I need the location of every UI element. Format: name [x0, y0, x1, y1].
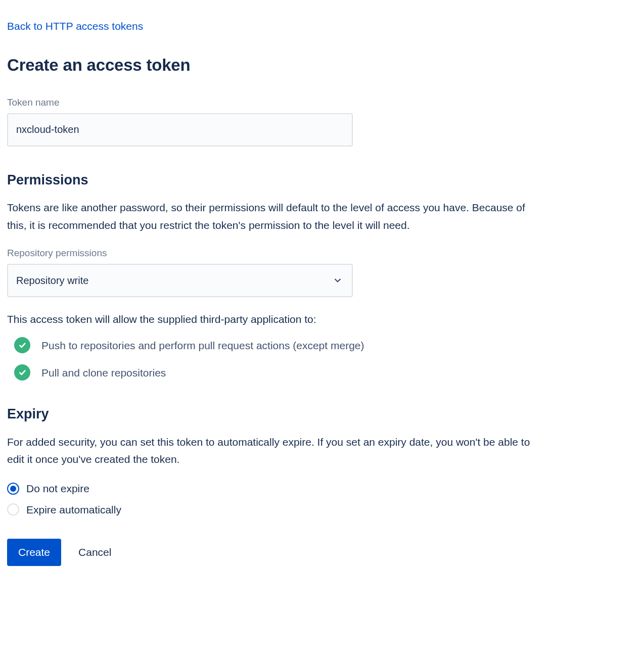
- page-title: Create an access token: [7, 53, 637, 78]
- permissions-description: Tokens are like another password, so the…: [7, 199, 533, 234]
- permissions-heading: Permissions: [7, 170, 637, 191]
- repo-permissions-select[interactable]: Repository write: [7, 264, 353, 297]
- expiry-option-do-not-expire[interactable]: Do not expire: [7, 481, 637, 497]
- check-icon: [14, 364, 30, 381]
- permission-text: Pull and clone repositories: [41, 365, 166, 381]
- cancel-button[interactable]: Cancel: [78, 546, 111, 558]
- radio-icon: [7, 483, 19, 495]
- radio-label: Expire automatically: [26, 502, 121, 518]
- expiry-description: For added security, you can set this tok…: [7, 434, 533, 468]
- repo-permissions-label: Repository permissions: [7, 246, 637, 261]
- permissions-allow-text: This access token will allow the supplie…: [7, 311, 637, 327]
- permission-item: Pull and clone repositories: [14, 364, 637, 381]
- back-link[interactable]: Back to HTTP access tokens: [7, 18, 143, 34]
- radio-icon: [7, 503, 19, 515]
- create-button[interactable]: Create: [7, 539, 61, 566]
- expiry-option-expire-auto[interactable]: Expire automatically: [7, 502, 637, 518]
- repo-permissions-value: Repository write: [16, 273, 88, 288]
- token-name-label: Token name: [7, 96, 637, 110]
- chevron-down-icon: [332, 274, 344, 287]
- permissions-list: Push to repositories and perform pull re…: [7, 337, 637, 381]
- token-name-input[interactable]: [7, 113, 353, 147]
- check-icon: [14, 337, 30, 353]
- expiry-heading: Expiry: [7, 404, 637, 424]
- radio-label: Do not expire: [26, 481, 89, 497]
- expiry-radio-group: Do not expire Expire automatically: [7, 481, 637, 517]
- permission-text: Push to repositories and perform pull re…: [41, 338, 364, 354]
- permission-item: Push to repositories and perform pull re…: [14, 337, 637, 353]
